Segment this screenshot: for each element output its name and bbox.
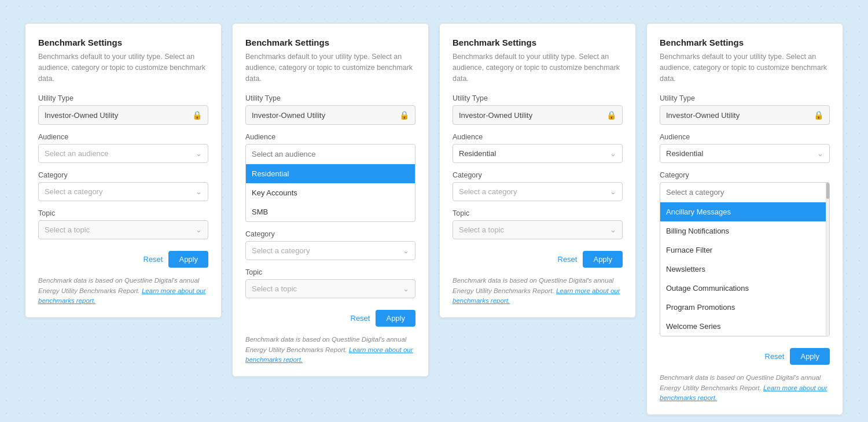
card-3-topic-placeholder: Select a topic xyxy=(459,225,504,234)
card-4-category-option-program[interactable]: Program Promotions xyxy=(660,298,826,317)
card-4-title: Benchmark Settings xyxy=(660,38,830,47)
lock-icon: 🔒 xyxy=(606,110,616,120)
card-2-audience-option-placeholder[interactable]: Select an audience xyxy=(246,145,415,164)
card-4-reset-button[interactable]: Reset xyxy=(765,352,785,361)
card-2-footer: Reset Apply xyxy=(245,310,415,327)
card-1-topic-select[interactable]: Select a topic ⌄ xyxy=(38,220,208,239)
card-4-footer: Reset Apply xyxy=(660,348,830,365)
card-4-audience-select[interactable]: Residential ⌄ xyxy=(660,144,830,163)
card-1-utility-value: Investor-Owned Utility xyxy=(45,111,118,120)
card-2-audience-option-residential[interactable]: Residential xyxy=(246,164,415,183)
card-2-topic-label: Topic xyxy=(245,268,415,276)
card-3-audience-select[interactable]: Residential ⌄ xyxy=(453,144,623,163)
chevron-down-icon: ⌄ xyxy=(403,284,409,293)
card-3-reset-button[interactable]: Reset xyxy=(558,255,578,264)
card-2-audience-dropdown: Select an audience Residential Key Accou… xyxy=(245,144,415,222)
card-1-reset-button[interactable]: Reset xyxy=(144,255,163,264)
card-4-category-option-ancillary[interactable]: Ancillary Messages xyxy=(660,202,826,221)
card-4-category-option-billing[interactable]: Billing Notifications xyxy=(660,221,826,240)
card-3-desc: Benchmarks default to your utility type.… xyxy=(453,51,623,84)
card-1-category-select[interactable]: Select a category ⌄ xyxy=(38,182,208,201)
card-2-category-select[interactable]: Select a category ⌄ xyxy=(245,241,415,260)
card-2-audience-option-key-accounts[interactable]: Key Accounts xyxy=(246,183,415,202)
card-1-desc: Benchmarks default to your utility type.… xyxy=(38,51,208,84)
chevron-down-icon: ⌄ xyxy=(610,225,616,234)
card-2-footnote: Benchmark data is based on Questline Dig… xyxy=(245,335,415,365)
card-1-category-label: Category xyxy=(38,171,208,179)
cards-container: Benchmark Settings Benchmarks default to… xyxy=(25,23,843,415)
card-2-desc: Benchmarks default to your utility type.… xyxy=(245,51,415,84)
card-1-footnote: Benchmark data is based on Questline Dig… xyxy=(38,276,208,306)
card-4: Benchmark Settings Benchmarks default to… xyxy=(646,23,843,415)
card-2-utility-value: Investor-Owned Utility xyxy=(252,111,325,120)
card-1-title: Benchmark Settings xyxy=(38,38,208,47)
chevron-down-icon: ⌄ xyxy=(196,187,202,196)
card-4-footnote: Benchmark data is based on Questline Dig… xyxy=(660,373,830,403)
card-1-category-placeholder: Select a category xyxy=(45,187,102,196)
card-4-category-label: Category xyxy=(660,171,830,179)
card-3-apply-button[interactable]: Apply xyxy=(583,251,623,268)
card-3-footer: Reset Apply xyxy=(453,251,623,268)
card-4-category-option-outage[interactable]: Outage Communications xyxy=(660,279,826,298)
card-3-topic-label: Topic xyxy=(453,209,623,217)
card-1: Benchmark Settings Benchmarks default to… xyxy=(25,23,222,318)
lock-icon: 🔒 xyxy=(192,110,202,120)
card-4-category-dropdown: Select a category Ancillary Messages Bil… xyxy=(660,182,830,336)
card-2-topic-placeholder: Select a topic xyxy=(252,284,297,293)
card-4-utility-label: Utility Type xyxy=(660,94,830,102)
card-4-utility-select: Investor-Owned Utility 🔒 xyxy=(660,105,830,125)
card-4-utility-value: Investor-Owned Utility xyxy=(666,111,740,120)
lock-icon: 🔒 xyxy=(814,110,823,120)
scrollbar-thumb[interactable] xyxy=(826,183,829,199)
card-2-category-label: Category xyxy=(245,230,415,238)
card-1-audience-select[interactable]: Select an audience ⌄ xyxy=(38,144,208,163)
card-2-topic-select[interactable]: Select a topic ⌄ xyxy=(245,279,415,298)
card-3: Benchmark Settings Benchmarks default to… xyxy=(439,23,636,318)
card-2-apply-button[interactable]: Apply xyxy=(376,310,415,327)
card-3-category-select[interactable]: Select a category ⌄ xyxy=(453,182,623,201)
card-3-utility-value: Investor-Owned Utility xyxy=(459,111,532,120)
card-3-audience-value: Residential xyxy=(459,149,496,158)
chevron-down-icon: ⌄ xyxy=(196,225,202,234)
chevron-down-icon: ⌄ xyxy=(610,187,616,196)
card-3-category-label: Category xyxy=(453,171,623,179)
chevron-down-icon: ⌄ xyxy=(817,149,823,158)
card-1-utility-select: Investor-Owned Utility 🔒 xyxy=(38,105,208,125)
scrollbar-track[interactable] xyxy=(826,183,829,336)
chevron-down-icon: ⌄ xyxy=(196,149,202,158)
chevron-down-icon: ⌄ xyxy=(610,149,616,158)
card-2-utility-select: Investor-Owned Utility 🔒 xyxy=(245,105,415,125)
card-1-footer: Reset Apply xyxy=(38,251,208,268)
card-1-utility-label: Utility Type xyxy=(38,94,208,102)
card-4-desc: Benchmarks default to your utility type.… xyxy=(660,51,830,84)
card-3-topic-select[interactable]: Select a topic ⌄ xyxy=(453,220,623,239)
chevron-down-icon: ⌄ xyxy=(403,246,409,255)
card-2-title: Benchmark Settings xyxy=(245,38,415,47)
card-2-reset-button[interactable]: Reset xyxy=(351,314,370,323)
lock-icon: 🔒 xyxy=(399,110,409,120)
card-4-category-option-newsletters[interactable]: Newsletters xyxy=(660,260,826,279)
card-3-audience-label: Audience xyxy=(453,133,623,141)
card-3-category-placeholder: Select a category xyxy=(459,187,517,196)
card-4-category-option-furnace[interactable]: Furnace Filter xyxy=(660,240,826,260)
card-4-audience-label: Audience xyxy=(660,133,830,141)
card-4-category-option-welcome[interactable]: Welcome Series xyxy=(660,317,826,336)
card-4-apply-button[interactable]: Apply xyxy=(790,348,830,365)
card-4-category-items: Select a category Ancillary Messages Bil… xyxy=(660,183,826,336)
card-1-topic-placeholder: Select a topic xyxy=(45,225,90,234)
card-1-audience-placeholder: Select an audience xyxy=(45,149,109,158)
card-3-footnote: Benchmark data is based on Questline Dig… xyxy=(453,276,623,306)
card-2-utility-label: Utility Type xyxy=(245,94,415,102)
card-3-utility-select: Investor-Owned Utility 🔒 xyxy=(453,105,623,125)
card-4-category-option-placeholder[interactable]: Select a category xyxy=(660,183,826,202)
card-2-audience-dropdown-wrapper: Select an audience Residential Key Accou… xyxy=(245,144,415,222)
card-1-audience-label: Audience xyxy=(38,133,208,141)
card-2-audience-option-smb[interactable]: SMB xyxy=(246,202,415,221)
card-1-topic-label: Topic xyxy=(38,209,208,217)
card-2-audience-label: Audience xyxy=(245,133,415,141)
card-3-utility-label: Utility Type xyxy=(453,94,623,102)
card-4-category-dropdown-wrapper: Select a category Ancillary Messages Bil… xyxy=(660,182,830,336)
card-3-title: Benchmark Settings xyxy=(453,38,623,47)
card-2-category-placeholder: Select a category xyxy=(252,246,310,255)
card-1-apply-button[interactable]: Apply xyxy=(168,251,208,268)
